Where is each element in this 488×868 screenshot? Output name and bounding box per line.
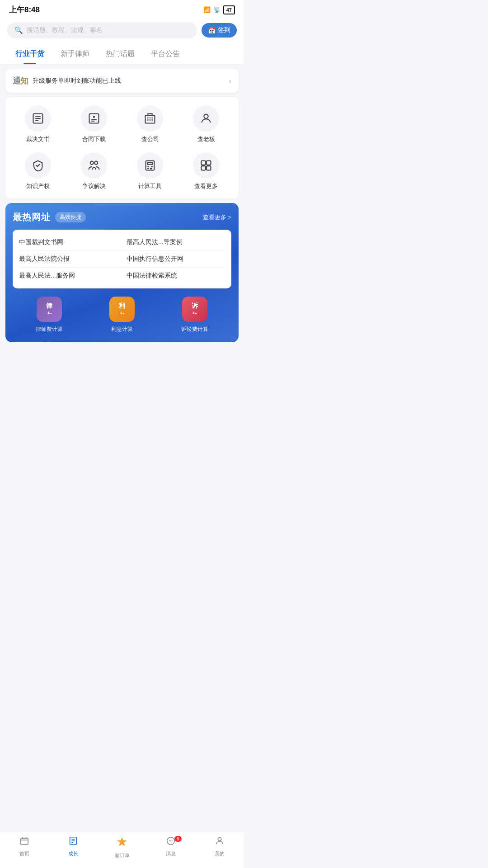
hot-header: 最热网址 高效便捷 查看更多 > — [13, 211, 231, 223]
search-placeholder: 搜话题、教程、法规、罪名 — [27, 26, 103, 34]
hot-section: 最热网址 高效便捷 查看更多 > 中国裁判文书网 最高人民法...导案例 最高人… — [5, 203, 239, 342]
hot-link-law-search[interactable]: 中国法律检索系统 — [117, 272, 225, 280]
hot-title: 最热网址 — [13, 211, 51, 223]
interest-icon: 利+- — [109, 297, 135, 322]
notice-arrow: › — [229, 76, 231, 86]
company-label: 查公司 — [141, 135, 159, 143]
search-icon: 🔍 — [14, 26, 23, 34]
hot-link-service-net[interactable]: 最高人民法...服务网 — [19, 272, 117, 280]
status-icons: 📶 📡 47 — [203, 5, 235, 14]
notice-logo: 通知 — [13, 75, 28, 86]
hot-link-row-1: 最高人民法院公报 中国执行信息公开网 — [19, 251, 225, 268]
grid-item-boss[interactable]: 查老板 — [178, 105, 234, 143]
litigation-icon: 诉+- — [182, 297, 207, 322]
interest-label: 利息计算 — [111, 326, 133, 333]
grid-item-ipr[interactable]: 知识产权 — [10, 152, 66, 190]
checkin-button[interactable]: 📅 签到 — [202, 23, 237, 38]
hot-link-execute-info[interactable]: 中国执行信息公开网 — [117, 255, 225, 263]
dispute-label: 争议解决 — [82, 182, 106, 190]
hot-more-link[interactable]: 查看更多 > — [203, 213, 231, 222]
calc-litigation[interactable]: 诉+- 诉讼费计算 — [181, 297, 208, 333]
calc-interest[interactable]: 利+- 利息计算 — [109, 297, 135, 333]
grid-item-more[interactable]: 查看更多 — [178, 152, 234, 190]
hot-link-row-2: 最高人民法...服务网 中国法律检索系统 — [19, 268, 225, 284]
status-bar: 上午8:48 📶 📡 47 — [0, 0, 244, 18]
grid-item-verdict[interactable]: 裁决文书 — [10, 105, 66, 143]
calculator-label: 计算工具 — [138, 182, 162, 190]
svg-point-16 — [204, 114, 208, 118]
notice-banner[interactable]: 通知 升级服务单即时到账功能已上线 › — [5, 69, 239, 93]
calculators-row: 律+- 律师费计算 利+- 利息计算 诉+- 诉讼费计算 — [13, 295, 231, 335]
verdict-icon — [25, 105, 51, 132]
svg-rect-20 — [147, 162, 153, 165]
svg-rect-4 — [89, 114, 99, 123]
hot-link-court-gazette[interactable]: 最高人民法院公报 — [19, 255, 117, 263]
company-icon — [137, 105, 163, 132]
more-label: 查看更多 — [194, 182, 218, 190]
tabs-area: 行业干货 新手律师 热门话题 平台公告 — [0, 44, 244, 65]
tab-newlawyer[interactable]: 新手律师 — [52, 44, 98, 64]
ipr-label: 知识产权 — [26, 182, 50, 190]
svg-rect-29 — [206, 166, 211, 170]
tab-announcement[interactable]: 平台公告 — [143, 44, 188, 64]
checkin-icon: 📅 — [208, 27, 216, 34]
tab-hot-topics[interactable]: 热门话题 — [98, 44, 143, 64]
grid-item-company[interactable]: 查公司 — [122, 105, 178, 143]
more-icon — [193, 152, 219, 179]
status-time: 上午8:48 — [9, 5, 40, 15]
grid-item-calculator[interactable]: 计算工具 — [122, 152, 178, 190]
svg-point-5 — [93, 116, 95, 118]
svg-rect-26 — [202, 161, 206, 165]
svg-rect-28 — [202, 166, 206, 170]
tab-industry[interactable]: 行业干货 — [7, 44, 52, 64]
wifi-icon: 📡 — [213, 6, 221, 13]
search-input-wrap[interactable]: 🔍 搜话题、教程、法规、罪名 — [7, 22, 197, 38]
dispute-icon — [81, 152, 107, 179]
contract-label: 合同下载 — [82, 135, 106, 143]
svg-rect-8 — [145, 115, 155, 123]
grid-item-dispute[interactable]: 争议解决 — [66, 152, 122, 190]
svg-point-17 — [90, 161, 94, 165]
litigation-label: 诉讼费计算 — [181, 326, 208, 333]
hot-links-card: 中国裁判文书网 最高人民法...导案例 最高人民法院公报 中国执行信息公开网 最… — [13, 230, 231, 288]
grid-item-contract[interactable]: 合同下载 — [66, 105, 122, 143]
checkin-label: 签到 — [218, 26, 230, 34]
hot-link-row-0: 中国裁判文书网 最高人民法...导案例 — [19, 234, 225, 251]
search-area: 🔍 搜话题、教程、法规、罪名 📅 签到 — [0, 18, 244, 44]
lawyer-fee-label: 律师费计算 — [36, 326, 63, 333]
hot-badge: 高效便捷 — [55, 212, 86, 222]
verdict-label: 裁决文书 — [26, 135, 50, 143]
calc-lawyer-fee[interactable]: 律+- 律师费计算 — [36, 297, 63, 333]
boss-icon — [193, 105, 219, 132]
contract-icon — [81, 105, 107, 132]
hot-link-verdict[interactable]: 中国裁判文书网 — [19, 238, 117, 246]
svg-point-18 — [94, 161, 98, 165]
notice-text: 升级服务单即时到账功能已上线 — [33, 77, 224, 85]
hot-link-supreme-case[interactable]: 最高人民法...导案例 — [117, 238, 225, 246]
signal-icon: 📶 — [203, 6, 211, 13]
svg-rect-27 — [206, 161, 211, 165]
lawyer-fee-icon: 律+- — [37, 297, 62, 322]
battery-indicator: 47 — [223, 5, 235, 14]
function-grid: 裁决文书 合同下载 — [5, 97, 239, 198]
calculator-icon — [137, 152, 163, 179]
boss-label: 查老板 — [197, 135, 215, 143]
ipr-icon — [25, 152, 51, 179]
svg-rect-9 — [148, 114, 152, 116]
